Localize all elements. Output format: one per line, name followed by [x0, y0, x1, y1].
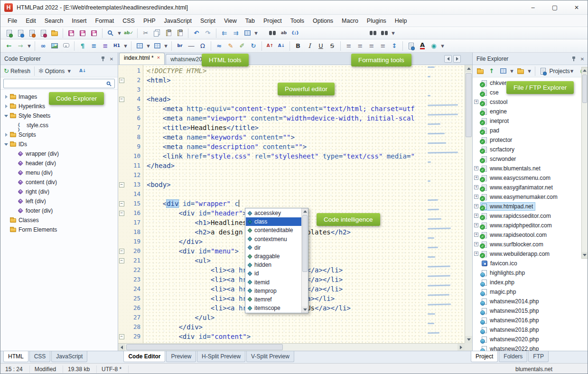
upload-icon[interactable]: ↑ — [486, 66, 497, 76]
fold-toggle-icon[interactable] — [118, 180, 125, 189]
table-cell-icon[interactable] — [152, 41, 162, 51]
menu-item-javascript[interactable]: JavaScript — [160, 16, 196, 26]
code-text[interactable]: <!DOCTYPE HTML> — [143, 66, 206, 75]
file-item-www-webuilderapp-com[interactable]: www.webuilderapp.com — [473, 249, 581, 259]
explorer-tab-project[interactable]: Project — [471, 351, 498, 362]
find-previous-icon[interactable] — [368, 28, 378, 38]
numbered-list-icon[interactable]: ≡ — [100, 41, 111, 51]
file-item-www-rapidcsseditor-com[interactable]: www.rapidcsseditor.com — [473, 211, 581, 221]
horizontal-scroll-thumb[interactable] — [126, 344, 283, 350]
horizontal-rule-icon[interactable]: ― — [186, 41, 196, 51]
table-dropdown[interactable]: ▾ — [146, 41, 151, 51]
line-spacing-icon[interactable]: ↕ — [389, 41, 400, 51]
autocomplete-item-class[interactable]: class — [246, 217, 301, 226]
explorer-tab-folders[interactable]: Folders — [499, 351, 527, 362]
refresh-button[interactable]: ↻Refresh — [3, 66, 31, 76]
code-text[interactable]: <div id="content"> — [143, 332, 251, 341]
language-tab-html[interactable]: HTML — [3, 351, 28, 362]
code-text[interactable]: <link href="style.css" rel="stylesheet" … — [143, 151, 415, 161]
code-text[interactable]: <div id="wrapper" c — [143, 199, 239, 208]
refresh-browser-icon[interactable]: ↻ — [248, 41, 259, 51]
code-text[interactable]: <html> — [143, 75, 171, 85]
expand-icon[interactable] — [474, 185, 478, 189]
tree-item-right-div[interactable]: right (div) — [0, 187, 118, 196]
file-item-favicon-ico[interactable]: favicon.ico — [473, 259, 581, 268]
autocomplete-item-hidden[interactable]: hidden — [246, 261, 301, 269]
collapse-icon[interactable] — [3, 141, 9, 147]
align-right-icon[interactable]: ≡ — [366, 41, 377, 51]
heading-dropdown[interactable]: ▾ — [123, 41, 128, 51]
fold-toggle-icon[interactable] — [118, 332, 125, 341]
projects-button[interactable]: Projects — [550, 66, 569, 76]
scroll-up-icon[interactable] — [465, 65, 472, 72]
file-item-www-blumentals-net[interactable]: www.blumentals.net — [473, 164, 581, 173]
scroll-down-icon[interactable] — [465, 336, 472, 343]
search-dropdown[interactable]: ▾ — [117, 28, 122, 38]
menu-item-tab[interactable]: Tab — [241, 16, 259, 26]
code-text[interactable]: <meta name="description" content=""> — [143, 142, 307, 151]
code-text[interactable]: </div> — [143, 237, 203, 246]
underline-icon[interactable]: U — [316, 41, 326, 51]
file-item-index-php[interactable]: index.php — [473, 278, 581, 287]
increase-font-icon[interactable]: A↑ — [265, 41, 275, 51]
file-item-www-easycssmenu-com[interactable]: www.easycssmenu.com — [473, 173, 581, 183]
save-all-icon[interactable] — [77, 28, 88, 38]
language-tab-javascript[interactable]: JavaScript — [51, 351, 87, 362]
expand-icon[interactable] — [3, 132, 9, 138]
open-file-icon[interactable] — [49, 28, 60, 38]
minimize-button[interactable]: – — [522, 0, 544, 14]
scroll-up-icon[interactable] — [582, 67, 588, 74]
tree-item-classes[interactable]: Classes — [0, 215, 118, 225]
autocomplete-item-itemscope[interactable]: itemscope — [246, 304, 301, 312]
new-from-template-icon[interactable] — [27, 28, 37, 38]
file-item-scrfactory[interactable]: scrfactory — [473, 145, 581, 154]
collapse-icon[interactable] — [3, 113, 9, 119]
options-dropdown[interactable]: ▾ — [66, 66, 72, 76]
spell-check-icon[interactable]: ab✓ — [123, 28, 134, 38]
expand-icon[interactable] — [474, 195, 478, 199]
navigation-dropdown[interactable]: ▾ — [27, 41, 32, 51]
file-item-scrwonder[interactable]: scrwonder — [473, 154, 581, 164]
line-break-icon[interactable]: br — [175, 41, 185, 51]
code-text[interactable]: <meta http-equiv="content-type" content=… — [143, 104, 415, 113]
align-center-icon[interactable]: ≡ — [355, 41, 365, 51]
fold-toggle-icon[interactable] — [118, 246, 125, 256]
editor-horizontal-scrollbar[interactable] — [118, 343, 465, 351]
tree-item-wrapper-div[interactable]: wrapper (div) — [0, 149, 118, 159]
view-tab-preview[interactable]: Preview — [166, 351, 196, 362]
file-item-highlights-php[interactable]: highlights.php — [473, 268, 581, 278]
scroll-down-icon[interactable] — [302, 307, 308, 313]
vertical-scroll-thumb[interactable] — [466, 73, 472, 137]
view-tab-h-split-preview[interactable]: H-Split Preview — [197, 351, 245, 362]
align-justify-icon[interactable]: ≡ — [378, 41, 388, 51]
file-item-pad[interactable]: pad — [473, 126, 581, 135]
scroll-down-icon[interactable] — [582, 252, 588, 258]
code-text[interactable]: <li><a href="#">Services</a></li> — [143, 275, 343, 284]
css-style-icon[interactable]: ≈ — [214, 41, 224, 51]
expand-icon[interactable] — [474, 223, 478, 227]
encoding[interactable]: UTF-8 * — [97, 365, 129, 373]
new-folder-icon[interactable] — [515, 66, 526, 76]
tree-item-style-css[interactable]: style.css — [0, 121, 118, 130]
expand-icon[interactable] — [474, 242, 478, 246]
code-text[interactable]: <li><a href="#">Products</a></li> — [143, 284, 343, 294]
scroll-left-icon[interactable] — [118, 344, 125, 351]
autocomplete-item-dir[interactable]: dir — [246, 243, 301, 252]
bold-icon[interactable]: B — [293, 41, 303, 51]
menu-item-insert[interactable]: Insert — [67, 16, 91, 26]
file-item-www-surfblocker-com[interactable]: www.surfblocker.com — [473, 240, 581, 249]
view-mode-icon[interactable] — [498, 66, 508, 76]
code-text[interactable]: </div> — [143, 322, 203, 332]
menu-item-script[interactable]: Script — [196, 16, 220, 26]
menu-item-tools[interactable]: Tools — [286, 16, 308, 26]
autocomplete-item-accesskey[interactable]: accesskey — [246, 209, 301, 217]
code-text[interactable]: <li><a href="#">Homepage</a></li> — [143, 265, 343, 275]
special-character-icon[interactable]: Ω — [197, 41, 208, 51]
find-next-icon[interactable] — [379, 28, 390, 38]
autocomplete-item-draggable[interactable]: draggable — [246, 252, 301, 261]
autocomplete-item-id[interactable]: id — [246, 269, 301, 278]
paragraph-icon[interactable]: ¶ — [77, 41, 88, 51]
code-text[interactable]: <head> — [143, 94, 171, 104]
code-snippets-icon[interactable]: {;} — [290, 28, 300, 38]
heading-icon[interactable]: H1 — [112, 41, 122, 51]
